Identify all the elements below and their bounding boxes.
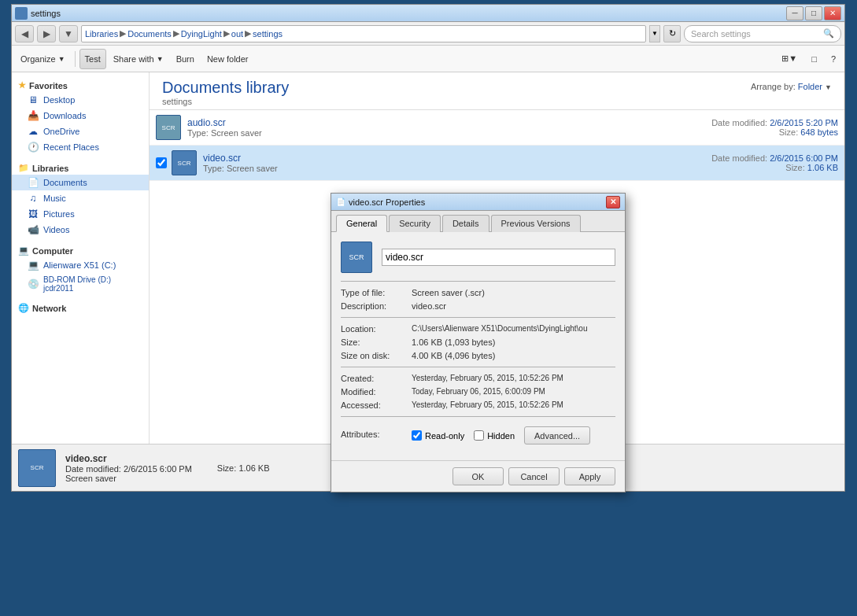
description-label: Description:: [341, 301, 412, 311]
status-size-value: 1.06 KB: [238, 463, 269, 473]
file-item-audio[interactable]: SCR audio.scr Type: Screen saver Date mo…: [150, 110, 844, 146]
sidebar-item-recent[interactable]: 🕐 Recent Places: [12, 139, 149, 155]
ok-button[interactable]: OK: [453, 467, 504, 485]
type-label: Type of file:: [341, 288, 412, 297]
status-size: Size: 1.06 KB: [217, 463, 270, 473]
sidebar-item-desktop[interactable]: 🖥 Desktop: [12, 92, 149, 108]
status-filename: video.scr: [65, 453, 192, 464]
music-label: Music: [43, 194, 66, 203]
search-icon[interactable]: 🔍: [823, 28, 834, 39]
description-value: video.scr: [412, 301, 615, 311]
main-subtitle: settings: [162, 97, 832, 106]
search-box[interactable]: Search settings 🔍: [684, 25, 841, 42]
alienware-label: Alienware X51 (C:): [43, 260, 116, 270]
cancel-button[interactable]: Cancel: [508, 467, 560, 485]
onedrive-label: OneDrive: [43, 127, 79, 136]
readonly-checkbox[interactable]: [412, 430, 422, 441]
sidebar-item-bdrom[interactable]: 💿 BD-ROM Drive (D:) jcdr2011: [12, 273, 149, 295]
sidebar-computer-section: 💻 Computer 💻 Alienware X51 (C:) 💿 BD-ROM…: [12, 244, 149, 295]
advanced-button[interactable]: Advanced...: [524, 426, 590, 444]
sidebar-item-documents[interactable]: 📄 Documents: [12, 175, 149, 190]
music-icon: ♫: [28, 193, 39, 204]
share-with-button[interactable]: Share with ▼: [108, 49, 169, 69]
new-folder-button[interactable]: New folder: [201, 49, 254, 69]
file-item-video[interactable]: SCR video.scr Type: Screen saver Date mo…: [150, 146, 844, 181]
status-type: Screen saver: [65, 474, 192, 483]
path-documents[interactable]: Documents: [127, 29, 172, 39]
view-button[interactable]: ⊞▼: [776, 49, 803, 69]
attributes-controls: Read-only Hidden Advanced...: [412, 426, 615, 444]
tab-general[interactable]: General: [336, 215, 387, 232]
tab-details[interactable]: Details: [442, 215, 489, 232]
window-title: settings: [31, 9, 61, 18]
hidden-checkbox[interactable]: [474, 430, 484, 441]
arrange-chevron-icon[interactable]: ▼: [825, 83, 832, 91]
readonly-attr: Read-only: [412, 430, 464, 441]
dropdown-button[interactable]: ▼: [59, 25, 78, 42]
sidebar-item-alienware[interactable]: 💻 Alienware X51 (C:): [12, 257, 149, 273]
modified-label: Modified:: [341, 387, 412, 397]
audio-filetype: Type: Screen saver: [187, 128, 711, 138]
sidebar-item-downloads[interactable]: 📥 Downloads: [12, 108, 149, 124]
apply-button[interactable]: Apply: [564, 467, 615, 485]
path-dropdown-button[interactable]: ▼: [649, 25, 660, 42]
audio-size: Size: 648 bytes: [711, 127, 838, 137]
preview-button[interactable]: □: [806, 49, 822, 69]
videos-label: Videos: [43, 225, 69, 234]
toolbar-right: ⊞▼ □ ?: [776, 49, 841, 69]
sidebar-favorites-header[interactable]: ★ Favorites: [12, 79, 149, 92]
accessed-value: Yesterday, February 05, 2015, 10:52:26 P…: [412, 400, 615, 410]
path-dyinglight[interactable]: DyingLight: [181, 29, 222, 39]
dialog-title-area: 📄 video.scr Properties: [336, 197, 425, 207]
close-button[interactable]: ✕: [824, 6, 841, 20]
type-value: Screen saver (.scr): [412, 288, 615, 297]
sidebar-libraries-header[interactable]: 📁 Libraries: [12, 161, 149, 175]
attributes-label: Attributes:: [341, 430, 412, 439]
sidebar-network-section: 🌐 Network: [12, 301, 149, 315]
location-label: Location:: [341, 324, 412, 334]
main-title: Documents library: [162, 79, 832, 97]
minimize-button[interactable]: ─: [786, 6, 803, 20]
status-modified-value: 2/6/2015 6:00 PM: [124, 464, 192, 474]
sidebar-network-header[interactable]: 🌐 Network: [12, 301, 149, 315]
size-on-disk-value: 4.00 KB (4,096 bytes): [412, 351, 615, 360]
back-button[interactable]: ◀: [15, 25, 34, 42]
status-size-label: Size:: [217, 463, 236, 473]
sidebar-item-music[interactable]: ♫ Music: [12, 190, 149, 206]
restore-button[interactable]: □: [805, 6, 822, 20]
help-button[interactable]: ?: [826, 49, 841, 69]
share-with-label: Share with: [113, 54, 154, 64]
sidebar-libraries-section: 📁 Libraries 📄 Documents ♫ Music 🖼 Pictur…: [12, 161, 149, 238]
organize-button[interactable]: Organize ▼: [15, 49, 71, 69]
arrange-link[interactable]: Folder: [798, 82, 822, 91]
dialog-tabs: General Security Details Previous Versio…: [331, 211, 625, 232]
created-value: Yesterday, February 05, 2015, 10:52:26 P…: [412, 374, 615, 383]
dialog-file-icon: SCR: [341, 242, 372, 273]
separator-2: [341, 317, 615, 318]
refresh-button[interactable]: ↻: [663, 25, 681, 42]
burn-button[interactable]: Burn: [171, 49, 200, 69]
address-path[interactable]: Libraries ▶ Documents ▶ DyingLight ▶ out…: [81, 25, 646, 42]
test-button[interactable]: Test: [79, 49, 106, 69]
path-settings[interactable]: settings: [253, 29, 283, 39]
window-titlebar: settings ─ □ ✕: [12, 5, 844, 22]
dialog-location-grid: Location: C:\Users\Alienware X51\Documen…: [341, 324, 615, 360]
sidebar-computer-header[interactable]: 💻 Computer: [12, 244, 149, 257]
dialog-close-button[interactable]: ✕: [606, 196, 620, 208]
sidebar-item-videos[interactable]: 📹 Videos: [12, 222, 149, 238]
video-filetype: Type: Screen saver: [203, 164, 711, 173]
path-out[interactable]: out: [231, 29, 243, 39]
tab-previous-versions[interactable]: Previous Versions: [491, 215, 581, 232]
hidden-attr: Hidden: [474, 430, 515, 441]
sidebar-item-onedrive[interactable]: ☁ OneDrive: [12, 124, 149, 139]
network-label: Network: [32, 304, 66, 313]
forward-button[interactable]: ▶: [37, 25, 56, 42]
dialog-info-grid: Type of file: Screen saver (.scr) Descri…: [341, 288, 615, 311]
path-libraries[interactable]: Libraries: [85, 29, 118, 39]
audio-modified: Date modified: 2/6/2015 5:20 PM: [711, 118, 838, 127]
dialog-filename-input[interactable]: [382, 249, 615, 266]
sidebar-item-pictures[interactable]: 🖼 Pictures: [12, 206, 149, 222]
video-checkbox[interactable]: [156, 157, 167, 168]
tab-security[interactable]: Security: [389, 215, 441, 232]
star-icon: ★: [18, 80, 26, 90]
